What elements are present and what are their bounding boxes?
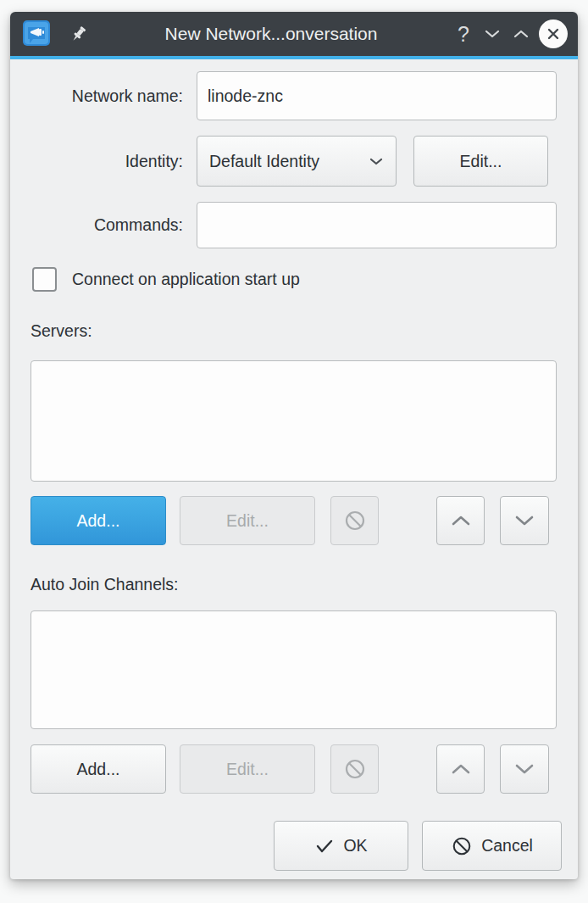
- circle-slash-icon: [451, 835, 473, 857]
- konversation-app-icon: [20, 18, 53, 50]
- pin-icon[interactable]: [64, 20, 93, 48]
- ok-button[interactable]: OK: [274, 821, 408, 871]
- channels-move-up-button[interactable]: [436, 744, 485, 794]
- channels-edit-button: Edit...: [180, 744, 315, 794]
- titlebar-accent-line: [10, 56, 578, 59]
- circle-slash-icon: [343, 757, 367, 781]
- window-title: New Network...onversation: [93, 24, 449, 44]
- down-arrow-icon: [513, 514, 535, 527]
- circle-slash-icon: [343, 509, 367, 532]
- identity-selected-value: Default Identity: [209, 152, 319, 171]
- servers-edit-button: Edit...: [180, 496, 315, 545]
- servers-delete-button: [330, 496, 379, 545]
- checkmark-icon: [314, 838, 335, 855]
- identity-label: Identity:: [31, 136, 183, 187]
- minimize-button[interactable]: [478, 20, 507, 48]
- cancel-button[interactable]: Cancel: [422, 821, 562, 871]
- channels-delete-button: [330, 744, 379, 794]
- down-arrow-icon: [513, 762, 535, 776]
- close-button[interactable]: [539, 20, 568, 48]
- chevron-down-icon: [484, 29, 501, 39]
- dialog-window: New Network...onversation ?: [10, 12, 578, 879]
- servers-label: Servers:: [31, 319, 285, 343]
- identity-dropdown[interactable]: Default Identity: [197, 136, 397, 187]
- help-button[interactable]: ?: [449, 20, 478, 48]
- commands-label: Commands:: [31, 202, 183, 248]
- network-name-label: Network name:: [31, 71, 183, 120]
- up-arrow-icon: [450, 762, 472, 776]
- servers-list[interactable]: [31, 360, 557, 482]
- identity-edit-button[interactable]: Edit...: [413, 136, 548, 187]
- maximize-button[interactable]: [507, 20, 535, 48]
- auto-join-channels-label: Auto Join Channels:: [31, 572, 327, 596]
- channels-add-button[interactable]: Add...: [31, 744, 166, 794]
- connect-on-startup-checkbox[interactable]: [32, 267, 57, 292]
- screenshot-stage: New Network...onversation ?: [0, 0, 588, 903]
- up-arrow-icon: [450, 514, 472, 527]
- chevron-up-icon: [513, 29, 530, 39]
- help-icon: ?: [458, 24, 469, 45]
- auto-join-channels-list[interactable]: [31, 610, 557, 729]
- network-name-input[interactable]: [197, 71, 557, 120]
- channels-move-down-button[interactable]: [500, 744, 549, 794]
- chevron-down-icon: [369, 157, 384, 166]
- servers-move-up-button[interactable]: [436, 496, 485, 545]
- servers-add-button[interactable]: Add...: [31, 496, 166, 545]
- commands-input[interactable]: [197, 202, 557, 248]
- servers-move-down-button[interactable]: [500, 496, 549, 545]
- close-icon: [539, 20, 568, 48]
- connect-on-startup-label: Connect on application start up: [72, 267, 428, 292]
- titlebar[interactable]: New Network...onversation ?: [10, 12, 578, 56]
